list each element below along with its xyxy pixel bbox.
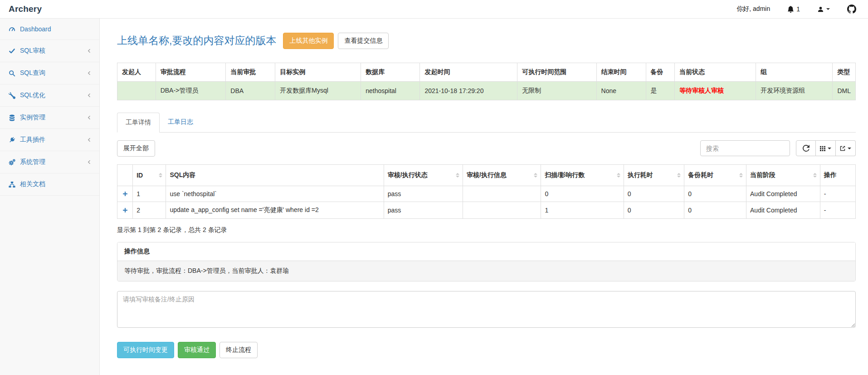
cell-id: 2 bbox=[133, 202, 166, 218]
github-link[interactable] bbox=[847, 5, 856, 14]
search-icon bbox=[9, 70, 15, 77]
expand-all-button[interactable]: 展开全部 bbox=[117, 140, 155, 157]
col-review-info[interactable]: 审核/执行信息 bbox=[463, 164, 541, 186]
caret-down-icon bbox=[848, 148, 851, 149]
toolbar-button-group bbox=[796, 140, 856, 156]
sidebar-item-label: 相关文档 bbox=[20, 180, 92, 188]
cell-id: 1 bbox=[133, 186, 166, 202]
col-affected-rows[interactable]: 扫描/影响行数 bbox=[541, 164, 624, 186]
user-icon bbox=[817, 6, 824, 13]
app-brand[interactable]: Archery bbox=[9, 4, 42, 14]
columns-button[interactable] bbox=[816, 140, 836, 156]
tab-workflow-log[interactable]: 工单日志 bbox=[160, 113, 201, 133]
github-icon bbox=[847, 5, 856, 14]
workflow-row: DBA->管理员 DBA 开发数据库Mysql nethospital 2021… bbox=[117, 81, 856, 100]
executable-time-change-button[interactable]: 可执行时间变更 bbox=[117, 342, 174, 358]
cell-start-time: 2021-10-18 17:29:20 bbox=[420, 81, 517, 100]
col-approval-flow: 审批流程 bbox=[156, 63, 226, 81]
sidebar-item-label: 系统管理 bbox=[20, 158, 87, 166]
cell-affected-rows: 1 bbox=[541, 202, 624, 218]
expand-row-button[interactable] bbox=[117, 186, 133, 202]
chevron-left-icon bbox=[87, 70, 92, 76]
sidebar-item-sql-optimize[interactable]: SQL优化 bbox=[0, 84, 99, 107]
col-backup: 备份 bbox=[646, 63, 674, 81]
plug-icon bbox=[9, 137, 15, 143]
sidebar-item-docs[interactable]: 相关文档 bbox=[0, 173, 99, 196]
cell-sql: use `nethospital` bbox=[166, 186, 384, 202]
sort-icon[interactable] bbox=[739, 173, 743, 178]
sidebar-item-sql-audit[interactable]: SQL审核 bbox=[0, 40, 99, 62]
col-sql-content[interactable]: SQL内容 bbox=[166, 164, 384, 186]
col-backup-time[interactable]: 备份耗时 bbox=[684, 164, 746, 186]
database-icon bbox=[9, 114, 15, 121]
action-buttons-row: 可执行时间变更 审核通过 终止流程 bbox=[117, 342, 856, 358]
audit-remark-textarea[interactable] bbox=[117, 291, 856, 328]
cell-backup-time: 0 bbox=[684, 202, 746, 218]
refresh-button[interactable] bbox=[796, 140, 816, 156]
col-id[interactable]: ID bbox=[133, 164, 166, 186]
col-executable-range: 可执行时间范围 bbox=[517, 63, 596, 81]
col-initiator: 发起人 bbox=[117, 63, 156, 81]
col-start-time: 发起时间 bbox=[420, 63, 517, 81]
sidebar-item-label: SQL查询 bbox=[20, 69, 87, 77]
cell-sql: update a_app_config set name ='亮健康' wher… bbox=[166, 202, 384, 218]
main-content: 上线单名称,要改的内容对应的版本 上线其他实例 查看提交信息 发起人 审批流程 … bbox=[100, 19, 868, 375]
search-input[interactable] bbox=[700, 140, 790, 156]
online-other-instance-button[interactable]: 上线其他实例 bbox=[283, 33, 334, 49]
cell-end-time: None bbox=[596, 81, 646, 100]
cell-database: nethospital bbox=[361, 81, 420, 100]
columns-grid-icon bbox=[820, 146, 825, 151]
sidebar-item-sql-query[interactable]: SQL查询 bbox=[0, 62, 99, 84]
sort-icon[interactable] bbox=[813, 173, 817, 178]
chevron-left-icon bbox=[87, 48, 92, 54]
cell-target-instance: 开发数据库Mysql bbox=[275, 81, 361, 100]
chevron-left-icon bbox=[87, 137, 92, 143]
sidebar: Dashboard SQL审核 SQL查询 SQL优化 bbox=[0, 19, 100, 375]
plus-icon bbox=[121, 207, 129, 213]
pagination-info: 显示第 1 到第 2 条记录，总共 2 条记录 bbox=[117, 226, 856, 234]
cell-review-status: pass bbox=[384, 202, 463, 218]
sidebar-item-instance-mgmt[interactable]: 实例管理 bbox=[0, 107, 99, 129]
top-navbar: Archery 你好, admin 1 bbox=[0, 0, 868, 19]
operation-info-content: 等待审批，审批流程：DBA->管理员，当前审批人：袁群瑜 bbox=[117, 261, 855, 281]
col-review-status[interactable]: 审核/执行状态 bbox=[384, 164, 463, 186]
cell-operation: - bbox=[820, 186, 855, 202]
user-menu-button[interactable] bbox=[817, 6, 830, 13]
bell-icon bbox=[787, 6, 794, 13]
col-current-status: 当前状态 bbox=[675, 63, 756, 81]
col-current-approver: 当前审批 bbox=[226, 63, 275, 81]
sql-header-row: ID SQL内容 审核/执行状态 审核/执行信息 扫描/影响行数 执行耗时 备份… bbox=[117, 164, 856, 186]
notification-count: 1 bbox=[796, 5, 800, 13]
sidebar-item-system-mgmt[interactable]: 系统管理 bbox=[0, 151, 99, 173]
chevron-left-icon bbox=[87, 115, 92, 120]
sidebar-item-label: SQL审核 bbox=[20, 47, 87, 55]
workflow-header-row: 发起人 审批流程 当前审批 目标实例 数据库 发起时间 可执行时间范围 结束时间… bbox=[117, 63, 856, 81]
workflow-summary-table: 发起人 审批流程 当前审批 目标实例 数据库 发起时间 可执行时间范围 结束时间… bbox=[117, 63, 856, 100]
cell-stage: Audit Completed bbox=[746, 186, 820, 202]
view-submit-info-button[interactable]: 查看提交信息 bbox=[338, 33, 389, 49]
sort-icon[interactable] bbox=[617, 173, 620, 178]
user-greeting: 你好, admin bbox=[736, 5, 770, 13]
sidebar-item-tools-plugins[interactable]: 工具插件 bbox=[0, 129, 99, 151]
cell-executable-range: 无限制 bbox=[517, 81, 596, 100]
export-button[interactable] bbox=[836, 140, 856, 156]
col-operation: 操作 bbox=[820, 164, 855, 186]
tab-workflow-detail[interactable]: 工单详情 bbox=[117, 113, 160, 133]
notifications-button[interactable]: 1 bbox=[787, 5, 800, 13]
expand-row-button[interactable] bbox=[117, 202, 133, 218]
cell-group: 开发环境资源组 bbox=[756, 81, 833, 100]
sort-icon[interactable] bbox=[159, 173, 162, 178]
sitemap-icon bbox=[9, 181, 15, 188]
sort-icon[interactable] bbox=[456, 173, 459, 178]
sort-icon[interactable] bbox=[534, 173, 537, 178]
col-database: 数据库 bbox=[361, 63, 420, 81]
sort-icon[interactable] bbox=[677, 173, 681, 178]
terminate-button[interactable]: 终止流程 bbox=[219, 342, 258, 358]
sidebar-item-dashboard[interactable]: Dashboard bbox=[0, 19, 99, 40]
col-stage[interactable]: 当前阶段 bbox=[746, 164, 820, 186]
toolbar-right bbox=[700, 140, 856, 156]
cell-execute-time: 0 bbox=[624, 186, 684, 202]
sql-row: 1 use `nethospital` pass 0 0 0 Audit Com… bbox=[117, 186, 856, 202]
col-execute-time[interactable]: 执行耗时 bbox=[624, 164, 684, 186]
approve-button[interactable]: 审核通过 bbox=[178, 342, 216, 358]
